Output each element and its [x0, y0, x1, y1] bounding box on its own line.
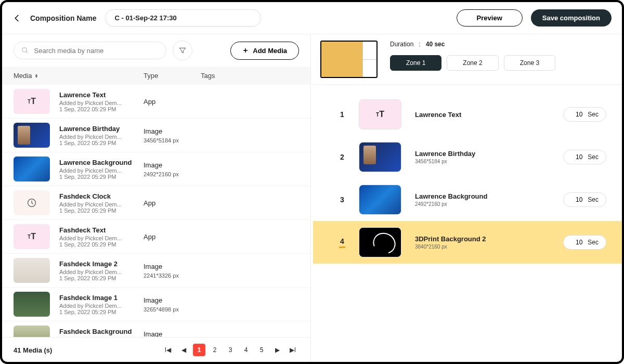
- timeline-row[interactable]: 1TTLawrence TextSec: [313, 93, 622, 136]
- media-title: Lawrence Background: [59, 159, 144, 166]
- pager-prev-icon[interactable]: ◀: [177, 344, 190, 356]
- media-type: App: [144, 199, 201, 207]
- search-icon: [21, 46, 29, 55]
- timeline-dimensions: 2492*2160 px: [415, 201, 550, 207]
- media-row[interactable]: Fashdeck Image 1Added by Pickcel Dem...1…: [2, 288, 310, 321]
- svg-point-0: [22, 48, 27, 52]
- zone-tab[interactable]: Zone 3: [504, 55, 555, 71]
- seconds-label: Sec: [588, 239, 599, 246]
- column-type[interactable]: Type: [144, 72, 201, 80]
- timeline-row[interactable]: 43DPrint Background 23840*2160 pxSec: [313, 221, 622, 264]
- preview-button[interactable]: Preview: [457, 9, 523, 27]
- pager-nav: I◀ ◀ 12345▶ ▶I: [162, 344, 299, 356]
- media-added-by: Added by Pickcel Dem...: [59, 134, 144, 140]
- media-title: Lawrence Birthday: [59, 125, 144, 133]
- media-added-by: Added by Pickcel Dem...: [59, 303, 144, 309]
- media-date: 1 Sep, 2022 05:29 PM: [59, 309, 144, 315]
- add-media-label: Add Media: [253, 47, 287, 55]
- media-row[interactable]: Lawrence BirthdayAdded by Pickcel Dem...…: [2, 119, 310, 152]
- media-row[interactable]: Fashdeck Image 2Added by Pickcel Dem...1…: [2, 254, 310, 288]
- pager-page[interactable]: 5: [255, 344, 268, 356]
- media-list[interactable]: TTLawrence TextAdded by Pickcel Dem...1 …: [2, 85, 310, 337]
- filter-button[interactable]: [173, 41, 192, 60]
- composition-name-input[interactable]: C - 01-Sep-22 17:30: [105, 9, 261, 27]
- timeline-title: Lawrence Background: [415, 192, 550, 200]
- media-added-by: Added by Pickcel Dem...: [59, 100, 144, 106]
- media-row[interactable]: TTLawrence TextAdded by Pickcel Dem...1 …: [2, 85, 310, 119]
- zone-panel: Duration : 40 sec Zone 1Zone 2Zone 3 1TT…: [311, 34, 622, 362]
- duration-input[interactable]: Sec: [563, 150, 606, 164]
- pager-page[interactable]: 2: [209, 344, 221, 356]
- media-type: Image: [144, 161, 201, 169]
- media-panel: Add Media Media Type Tags TTLawrence Tex…: [2, 34, 311, 362]
- pager-first-icon[interactable]: I◀: [162, 344, 174, 356]
- pager-count: 41 Media (s): [14, 346, 52, 354]
- composition-label: Composition Name: [30, 14, 97, 22]
- timeline-index: 1: [339, 110, 345, 119]
- timeline-index: 4: [339, 237, 345, 248]
- pager: 41 Media (s) I◀ ◀ 12345▶ ▶I: [2, 337, 310, 362]
- media-dimensions: 3456*5184 px: [144, 137, 201, 144]
- duration-seconds-field[interactable]: [571, 239, 582, 246]
- media-title: Lawrence Text: [59, 91, 144, 99]
- media-type: Image: [144, 296, 201, 304]
- column-media[interactable]: Media: [14, 72, 144, 80]
- pager-next-icon[interactable]: ▶: [271, 344, 283, 356]
- layout-preview[interactable]: [320, 41, 378, 78]
- zone-tab[interactable]: Zone 2: [447, 55, 498, 71]
- pager-page[interactable]: 1: [193, 344, 205, 356]
- timeline-row[interactable]: 3Lawrence Background2492*2160 pxSec: [313, 178, 622, 221]
- media-row[interactable]: Fashdeck BackgroundAdded by Pickcel Dem.…: [2, 321, 310, 337]
- add-media-button[interactable]: Add Media: [230, 42, 299, 60]
- sort-icon: [34, 73, 39, 79]
- timeline-list[interactable]: 1TTLawrence TextSec2Lawrence Birthday345…: [313, 85, 622, 362]
- zone-tab[interactable]: Zone 1: [390, 55, 441, 71]
- media-date: 1 Sep, 2022 05:29 PM: [59, 241, 144, 248]
- duration-seconds-field[interactable]: [571, 153, 582, 161]
- media-title: Fashdeck Image 2: [59, 260, 144, 268]
- media-title: Fashdeck Text: [59, 226, 144, 234]
- pager-page[interactable]: 3: [224, 344, 237, 356]
- duration-value: 40 sec: [426, 41, 445, 48]
- timeline-title: Lawrence Birthday: [415, 150, 550, 158]
- media-date: 1 Sep, 2022 05:29 PM: [59, 207, 144, 214]
- media-date: 1 Sep, 2022 05:29 PM: [59, 275, 144, 281]
- media-row[interactable]: Lawrence BackgroundAdded by Pickcel Dem.…: [2, 152, 310, 186]
- media-type: App: [144, 98, 201, 106]
- timeline-title: 3DPrint Background 2: [415, 235, 550, 243]
- media-type: Image: [144, 263, 201, 270]
- media-date: 1 Sep, 2022 05:29 PM: [59, 174, 144, 180]
- media-added-by: Added by Pickcel Dem...: [59, 167, 144, 174]
- duration-label: Duration: [390, 41, 413, 48]
- pager-page[interactable]: 4: [240, 344, 252, 356]
- back-arrow-icon[interactable]: [12, 14, 22, 23]
- media-title: Fashdeck Clock: [59, 192, 144, 200]
- timeline-index: 3: [339, 196, 345, 204]
- media-title: Fashdeck Image 1: [59, 294, 144, 302]
- duration-seconds-field[interactable]: [571, 111, 582, 118]
- media-type: Image: [144, 127, 201, 135]
- media-row[interactable]: Fashdeck ClockAdded by Pickcel Dem...1 S…: [2, 186, 310, 220]
- search-input[interactable]: [14, 42, 166, 59]
- media-list-header: Media Type Tags: [2, 67, 310, 85]
- duration-input[interactable]: Sec: [563, 235, 606, 250]
- duration-input[interactable]: Sec: [563, 192, 606, 207]
- save-composition-button[interactable]: Save composition: [531, 9, 612, 27]
- media-row[interactable]: TTFashdeck TextAdded by Pickcel Dem...1 …: [2, 220, 310, 254]
- timeline-dimensions: 3456*5184 px: [415, 159, 550, 164]
- timeline-title: Lawrence Text: [415, 111, 550, 119]
- media-dimensions: 2241*3326 px: [144, 272, 201, 279]
- timeline-row[interactable]: 2Lawrence Birthday3456*5184 pxSec: [313, 136, 622, 178]
- media-dimensions: 2492*2160 px: [144, 171, 201, 177]
- duration-seconds-field[interactable]: [571, 196, 582, 203]
- seconds-label: Sec: [588, 111, 599, 118]
- column-tags[interactable]: Tags: [201, 72, 299, 80]
- topbar: Composition Name C - 01-Sep-22 17:30 Pre…: [2, 2, 622, 34]
- media-date: 1 Sep, 2022 05:29 PM: [59, 106, 144, 112]
- media-type: Image: [144, 330, 201, 337]
- media-dimensions: 3265*4898 px: [144, 306, 201, 313]
- duration-input[interactable]: Sec: [563, 107, 606, 122]
- pager-last-icon[interactable]: ▶I: [287, 344, 299, 356]
- search-field[interactable]: [34, 47, 159, 55]
- plus-icon: [242, 47, 249, 54]
